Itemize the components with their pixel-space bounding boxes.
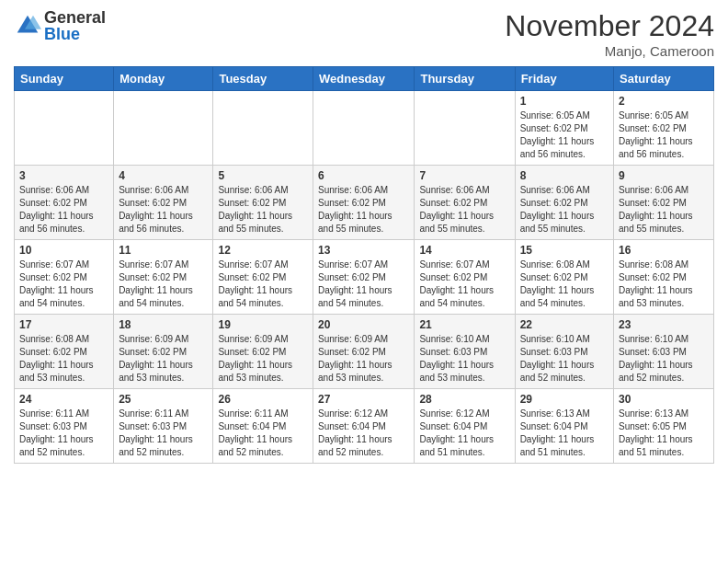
month-title: November 2024 — [505, 9, 714, 43]
calendar-week-row: 1Sunrise: 6:05 AMSunset: 6:02 PMDaylight… — [15, 91, 714, 166]
day-info: Sunrise: 6:12 AMSunset: 6:04 PMDaylight:… — [419, 408, 509, 459]
title-area: November 2024 Manjo, Cameroon — [505, 9, 714, 59]
day-number: 28 — [419, 393, 509, 406]
calendar-cell: 15Sunrise: 6:08 AMSunset: 6:02 PMDayligh… — [515, 240, 613, 315]
page: General Blue November 2024 Manjo, Camero… — [0, 0, 728, 477]
calendar-cell: 27Sunrise: 6:12 AMSunset: 6:04 PMDayligh… — [313, 389, 415, 464]
day-info: Sunrise: 6:05 AMSunset: 6:02 PMDaylight:… — [520, 109, 609, 161]
calendar-cell: 17Sunrise: 6:08 AMSunset: 6:02 PMDayligh… — [15, 315, 114, 389]
calendar-cell: 14Sunrise: 6:07 AMSunset: 6:02 PMDayligh… — [415, 240, 515, 315]
calendar-cell: 12Sunrise: 6:07 AMSunset: 6:02 PMDayligh… — [213, 240, 313, 315]
calendar-cell: 23Sunrise: 6:10 AMSunset: 6:03 PMDayligh… — [614, 315, 714, 389]
calendar-cell: 16Sunrise: 6:08 AMSunset: 6:02 PMDayligh… — [614, 240, 714, 315]
day-info: Sunrise: 6:09 AMSunset: 6:02 PMDaylight:… — [318, 333, 409, 385]
day-number: 13 — [318, 244, 409, 257]
calendar-cell: 13Sunrise: 6:07 AMSunset: 6:02 PMDayligh… — [313, 240, 415, 315]
logo-text: General Blue — [44, 9, 106, 42]
calendar-cell: 18Sunrise: 6:09 AMSunset: 6:02 PMDayligh… — [114, 315, 213, 389]
day-info: Sunrise: 6:06 AMSunset: 6:02 PMDaylight:… — [318, 184, 409, 236]
weekday-header: Sunday — [15, 67, 114, 91]
calendar-week-row: 3Sunrise: 6:06 AMSunset: 6:02 PMDaylight… — [15, 166, 714, 240]
calendar-cell: 5Sunrise: 6:06 AMSunset: 6:02 PMDaylight… — [213, 166, 313, 240]
day-info: Sunrise: 6:06 AMSunset: 6:02 PMDaylight:… — [218, 184, 308, 236]
calendar-week-row: 24Sunrise: 6:11 AMSunset: 6:03 PMDayligh… — [15, 389, 714, 464]
day-number: 7 — [419, 169, 509, 182]
day-number: 10 — [19, 244, 108, 257]
calendar-cell: 20Sunrise: 6:09 AMSunset: 6:02 PMDayligh… — [313, 315, 415, 389]
calendar-week-row: 10Sunrise: 6:07 AMSunset: 6:02 PMDayligh… — [15, 240, 714, 315]
calendar-cell: 24Sunrise: 6:11 AMSunset: 6:03 PMDayligh… — [15, 389, 114, 464]
calendar-cell: 30Sunrise: 6:13 AMSunset: 6:05 PMDayligh… — [614, 389, 714, 464]
day-number: 16 — [619, 244, 709, 257]
calendar-cell — [15, 91, 114, 166]
day-number: 27 — [318, 393, 409, 406]
day-info: Sunrise: 6:12 AMSunset: 6:04 PMDaylight:… — [318, 408, 409, 459]
calendar-cell: 10Sunrise: 6:07 AMSunset: 6:02 PMDayligh… — [15, 240, 114, 315]
day-info: Sunrise: 6:06 AMSunset: 6:02 PMDaylight:… — [619, 184, 709, 236]
day-number: 22 — [520, 318, 609, 331]
day-number: 2 — [619, 95, 709, 108]
day-info: Sunrise: 6:13 AMSunset: 6:04 PMDaylight:… — [520, 408, 609, 459]
calendar-cell: 11Sunrise: 6:07 AMSunset: 6:02 PMDayligh… — [114, 240, 213, 315]
day-info: Sunrise: 6:11 AMSunset: 6:03 PMDaylight:… — [19, 408, 108, 459]
day-info: Sunrise: 6:08 AMSunset: 6:02 PMDaylight:… — [619, 259, 709, 310]
header: General Blue November 2024 Manjo, Camero… — [14, 9, 714, 59]
day-info: Sunrise: 6:08 AMSunset: 6:02 PMDaylight:… — [19, 333, 108, 385]
calendar-cell — [213, 91, 313, 166]
day-number: 14 — [419, 244, 509, 257]
day-number: 19 — [218, 318, 308, 331]
calendar-cell: 7Sunrise: 6:06 AMSunset: 6:02 PMDaylight… — [415, 166, 515, 240]
day-info: Sunrise: 6:10 AMSunset: 6:03 PMDaylight:… — [520, 333, 609, 385]
calendar-header-row: SundayMondayTuesdayWednesdayThursdayFrid… — [15, 67, 714, 91]
day-info: Sunrise: 6:06 AMSunset: 6:02 PMDaylight:… — [520, 184, 609, 236]
weekday-header: Tuesday — [213, 67, 313, 91]
weekday-header: Friday — [515, 67, 613, 91]
logo-icon — [14, 12, 41, 40]
logo-blue: Blue — [44, 26, 106, 42]
day-number: 25 — [119, 393, 208, 406]
calendar-cell: 9Sunrise: 6:06 AMSunset: 6:02 PMDaylight… — [614, 166, 714, 240]
calendar-week-row: 17Sunrise: 6:08 AMSunset: 6:02 PMDayligh… — [15, 315, 714, 389]
calendar-cell: 1Sunrise: 6:05 AMSunset: 6:02 PMDaylight… — [515, 91, 613, 166]
day-number: 5 — [218, 169, 308, 182]
calendar-cell — [114, 91, 213, 166]
day-info: Sunrise: 6:13 AMSunset: 6:05 PMDaylight:… — [619, 408, 709, 459]
day-info: Sunrise: 6:11 AMSunset: 6:04 PMDaylight:… — [218, 408, 308, 459]
day-number: 6 — [318, 169, 409, 182]
day-number: 21 — [419, 318, 509, 331]
weekday-header: Monday — [114, 67, 213, 91]
day-number: 26 — [218, 393, 308, 406]
calendar-cell: 22Sunrise: 6:10 AMSunset: 6:03 PMDayligh… — [515, 315, 613, 389]
day-number: 20 — [318, 318, 409, 331]
day-number: 15 — [520, 244, 609, 257]
day-info: Sunrise: 6:09 AMSunset: 6:02 PMDaylight:… — [119, 333, 208, 385]
calendar-cell: 28Sunrise: 6:12 AMSunset: 6:04 PMDayligh… — [415, 389, 515, 464]
calendar-cell: 6Sunrise: 6:06 AMSunset: 6:02 PMDaylight… — [313, 166, 415, 240]
day-info: Sunrise: 6:05 AMSunset: 6:02 PMDaylight:… — [619, 109, 709, 161]
day-info: Sunrise: 6:10 AMSunset: 6:03 PMDaylight:… — [419, 333, 509, 385]
day-number: 18 — [119, 318, 208, 331]
day-number: 11 — [119, 244, 208, 257]
day-number: 24 — [19, 393, 108, 406]
calendar-cell: 2Sunrise: 6:05 AMSunset: 6:02 PMDaylight… — [614, 91, 714, 166]
day-info: Sunrise: 6:11 AMSunset: 6:03 PMDaylight:… — [119, 408, 208, 459]
weekday-header: Thursday — [415, 67, 515, 91]
day-info: Sunrise: 6:06 AMSunset: 6:02 PMDaylight:… — [119, 184, 208, 236]
calendar-cell: 3Sunrise: 6:06 AMSunset: 6:02 PMDaylight… — [15, 166, 114, 240]
day-info: Sunrise: 6:06 AMSunset: 6:02 PMDaylight:… — [19, 184, 108, 236]
weekday-header: Saturday — [614, 67, 714, 91]
day-number: 8 — [520, 169, 609, 182]
calendar-cell: 26Sunrise: 6:11 AMSunset: 6:04 PMDayligh… — [213, 389, 313, 464]
day-info: Sunrise: 6:07 AMSunset: 6:02 PMDaylight:… — [119, 259, 208, 310]
day-number: 4 — [119, 169, 208, 182]
day-number: 3 — [19, 169, 108, 182]
location-title: Manjo, Cameroon — [505, 43, 714, 59]
calendar-table: SundayMondayTuesdayWednesdayThursdayFrid… — [14, 66, 714, 464]
day-number: 1 — [520, 95, 609, 108]
day-info: Sunrise: 6:08 AMSunset: 6:02 PMDaylight:… — [520, 259, 609, 310]
calendar-cell: 29Sunrise: 6:13 AMSunset: 6:04 PMDayligh… — [515, 389, 613, 464]
day-info: Sunrise: 6:07 AMSunset: 6:02 PMDaylight:… — [318, 259, 409, 310]
day-info: Sunrise: 6:10 AMSunset: 6:03 PMDaylight:… — [619, 333, 709, 385]
day-number: 17 — [19, 318, 108, 331]
day-info: Sunrise: 6:09 AMSunset: 6:02 PMDaylight:… — [218, 333, 308, 385]
